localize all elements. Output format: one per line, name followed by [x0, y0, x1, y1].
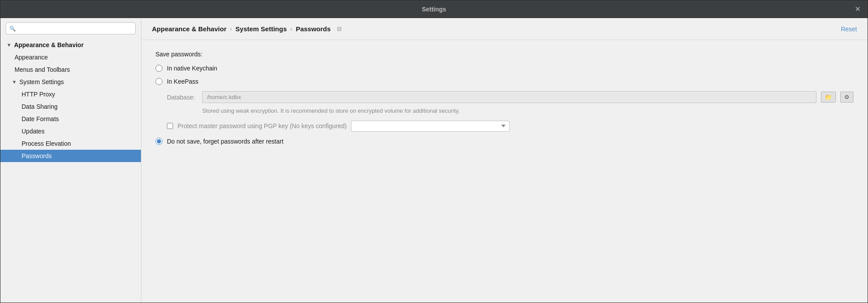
database-row: Database: 📁 ⚙	[167, 91, 853, 103]
main-content: Appearance & Behavior › System Settings …	[141, 18, 868, 303]
radio-no-save[interactable]	[155, 138, 163, 145]
radio-option-no-save: Do not save, forget passwords after rest…	[155, 138, 853, 145]
breadcrumb-appearance-behavior[interactable]: Appearance & Behavior	[152, 25, 226, 33]
title-bar: Settings ✕	[0, 0, 868, 18]
search-icon: 🔍	[9, 26, 16, 32]
chevron-down-icon: ▼	[12, 79, 17, 85]
radio-option-keepass: In KeePass	[155, 78, 853, 85]
sidebar-item-menus-toolbars[interactable]: Menus and Toolbars	[0, 63, 141, 76]
breadcrumb-passwords[interactable]: Passwords	[296, 25, 331, 33]
chevron-down-icon: ▼	[7, 42, 11, 48]
reset-button[interactable]: Reset	[841, 26, 857, 33]
keepass-warning-text: Stored using weak encryption. It is reco…	[202, 107, 510, 115]
sidebar-item-updates[interactable]: Updates	[0, 125, 141, 137]
content-area: 🔍 ▼ Appearance & Behavior Appearance Men…	[0, 18, 868, 303]
sidebar-item-http-proxy[interactable]: HTTP Proxy	[0, 88, 141, 100]
breadcrumb-sep-1: ›	[230, 26, 232, 32]
sidebar-group-label: Appearance & Behavior	[14, 41, 84, 48]
save-passwords-label: Save passwords:	[155, 51, 853, 58]
search-input[interactable]	[6, 22, 136, 34]
sidebar-subsection-system-settings[interactable]: ▼ System Settings	[0, 76, 141, 88]
database-label: Database:	[167, 94, 198, 101]
radio-native-keychain-label: In native Keychain	[167, 65, 217, 72]
pgp-row: Protect master password using PGP key (N…	[167, 121, 853, 132]
folder-button[interactable]: 📁	[821, 92, 836, 103]
radio-option-native-keychain: In native Keychain	[155, 65, 853, 72]
close-button[interactable]: ✕	[855, 6, 861, 13]
sidebar-item-process-elevation[interactable]: Process Elevation	[0, 137, 141, 150]
radio-keepass-label: In KeePass	[167, 78, 199, 85]
keepass-section: Database: 📁 ⚙ Stored using weak encrypti…	[167, 91, 853, 132]
sidebar: 🔍 ▼ Appearance & Behavior Appearance Men…	[0, 18, 141, 303]
pgp-dropdown[interactable]	[351, 121, 510, 132]
sidebar-item-date-formats[interactable]: Date Formats	[0, 113, 141, 125]
pgp-checkbox[interactable]	[167, 123, 173, 129]
database-input[interactable]	[202, 91, 816, 103]
breadcrumb-sep-2: ›	[290, 26, 292, 32]
sidebar-group-appearance-behavior[interactable]: ▼ Appearance & Behavior	[0, 39, 141, 51]
folder-icon: 📁	[825, 94, 832, 100]
settings-body: Save passwords: In native Keychain In Ke…	[141, 40, 868, 303]
pgp-label: Protect master password using PGP key (N…	[177, 122, 347, 129]
sidebar-item-data-sharing[interactable]: Data Sharing	[0, 100, 141, 113]
settings-window: Settings ✕ 🔍 ▼ Appearance & Behavior App…	[0, 0, 868, 303]
sidebar-section-appearance-behavior: ▼ Appearance & Behavior Appearance Menus…	[0, 39, 141, 162]
search-box: 🔍	[6, 22, 136, 34]
breadcrumb-menu-icon[interactable]: ⊟	[337, 26, 342, 32]
window-title: Settings	[422, 6, 446, 13]
radio-keepass[interactable]	[155, 78, 163, 85]
breadcrumb-bar: Appearance & Behavior › System Settings …	[141, 18, 868, 40]
gear-button[interactable]: ⚙	[840, 92, 853, 103]
sidebar-item-appearance[interactable]: Appearance	[0, 51, 141, 63]
gear-icon: ⚙	[844, 94, 850, 100]
radio-no-save-label: Do not save, forget passwords after rest…	[167, 138, 284, 145]
breadcrumb-system-settings[interactable]: System Settings	[236, 25, 287, 33]
sidebar-item-passwords[interactable]: Passwords	[0, 150, 141, 162]
radio-native-keychain[interactable]	[155, 65, 163, 72]
